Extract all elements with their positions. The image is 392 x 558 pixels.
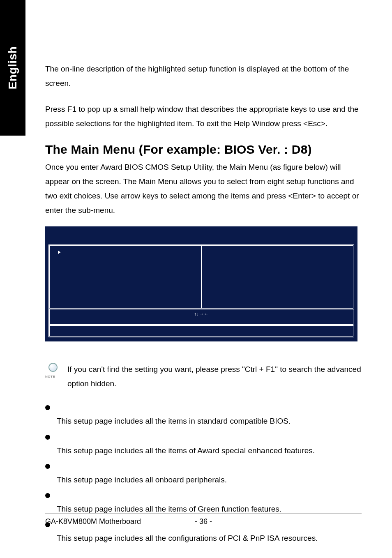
main-menu-paragraph: Once you enter Award BIOS CMOS Setup Uti… xyxy=(45,160,362,218)
note-icon-label: NOTE xyxy=(45,375,55,378)
bios-hint-row: ↑↓→← xyxy=(48,309,354,325)
bullet-icon xyxy=(45,435,50,440)
bullet-description: This setup page includes all onboard per… xyxy=(45,473,362,487)
bios-menu-grid xyxy=(48,244,354,309)
footer-right xyxy=(212,517,362,526)
list-item: This setup page includes all the items o… xyxy=(45,432,362,458)
page: English The on-line description of the h… xyxy=(0,0,392,558)
footer-left: GA-K8VM800M Motherboard xyxy=(45,517,195,526)
bullet-header xyxy=(45,490,362,501)
list-item: This setup page includes all onboard per… xyxy=(45,461,362,487)
note-icon: NOTE xyxy=(45,362,63,378)
note-text: If you can't find the setting you want, … xyxy=(67,362,362,391)
main-menu-heading: The Main Menu (For example: BIOS Ver. : … xyxy=(45,143,362,157)
footer-page-number: - 36 - xyxy=(195,517,212,526)
intro-paragraph-2: Press F1 to pop up a small help window t… xyxy=(45,102,362,131)
bios-left-column xyxy=(50,246,202,308)
list-item: This setup page includes all the items i… xyxy=(45,402,362,428)
bullet-description: This setup page includes all the items o… xyxy=(45,443,362,458)
bullet-icon xyxy=(45,405,50,410)
list-item: This setup page includes all the items o… xyxy=(45,490,362,516)
bullet-header xyxy=(45,402,362,413)
bios-title-bar xyxy=(48,230,354,244)
page-footer: GA-K8VM800M Motherboard - 36 - xyxy=(45,514,362,526)
language-tab: English xyxy=(0,0,25,136)
bullet-header xyxy=(45,432,362,443)
bios-arrow-keys-icon: ↑↓→← xyxy=(194,311,209,317)
intro-paragraph-1: The on-line description of the highlight… xyxy=(45,62,362,90)
bullet-description: This setup page includes all the configu… xyxy=(45,531,362,545)
lightbulb-icon xyxy=(48,363,58,372)
bios-footer-row xyxy=(48,325,354,337)
bullet-icon xyxy=(45,464,50,469)
content-area: The on-line description of the highlight… xyxy=(45,62,362,549)
bullet-header xyxy=(45,461,362,472)
bullet-icon xyxy=(45,493,50,498)
bios-screenshot: ↑↓→← xyxy=(45,226,357,341)
bullet-description: This setup page includes all the items i… xyxy=(45,414,362,428)
bios-right-column xyxy=(202,246,353,308)
language-tab-label: English xyxy=(6,46,19,90)
note-block: NOTE If you can't find the setting you w… xyxy=(45,362,362,391)
